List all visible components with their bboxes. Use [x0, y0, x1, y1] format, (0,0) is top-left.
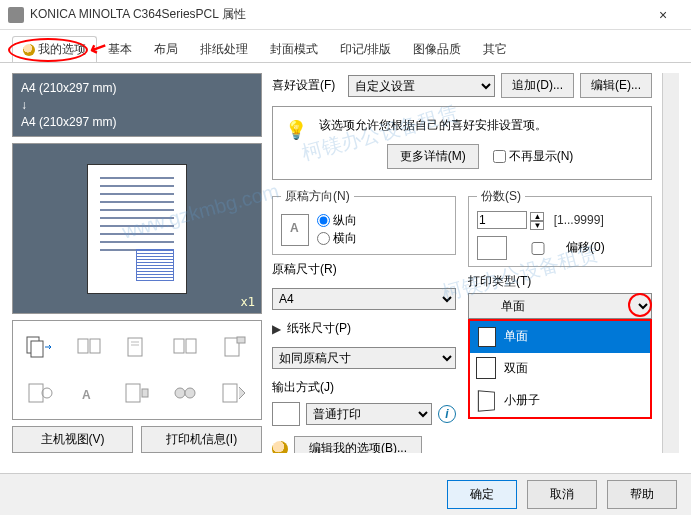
copies-group: 份数(S) ▲ ▼ [1...9999] 偏移(0) [468, 188, 652, 267]
svg-point-17 [185, 388, 195, 398]
avatar-icon [23, 44, 35, 56]
cancel-button[interactable]: 取消 [527, 480, 597, 509]
page-preview: x1 [12, 143, 262, 314]
page-thumbnail [87, 164, 187, 294]
expand-paper-icon[interactable]: ▶ [272, 322, 281, 336]
grid-icon-2[interactable] [65, 325, 111, 369]
double-page-icon [478, 359, 496, 379]
orientation-group: 原稿方向(N) 纵向 横向 [272, 188, 456, 255]
tip-text: 该选项允许您根据自己的喜好安排设置项。 [319, 117, 641, 134]
output-info-icon[interactable]: i [438, 405, 456, 423]
grid-icon-3[interactable] [114, 325, 160, 369]
fav-add-button[interactable]: 追加(D)... [501, 73, 574, 98]
paper-size-select[interactable]: 如同原稿尺寸 [272, 347, 456, 369]
tab-bar: 我的选项 基本 布局 排纸处理 封面模式 印记/排版 图像品质 其它 [0, 30, 691, 63]
tab-basic[interactable]: 基本 [97, 36, 143, 62]
host-view-button[interactable]: 主机视图(V) [12, 426, 133, 453]
single-page-icon [478, 327, 496, 347]
help-button[interactable]: 帮助 [607, 480, 677, 509]
grid-icon-8[interactable] [114, 371, 160, 415]
window-title: KONICA MINOLTA C364SeriesPCL 属性 [30, 6, 643, 23]
grid-icon-1[interactable] [17, 325, 63, 369]
close-button[interactable]: × [643, 7, 683, 23]
print-type-group: 打印类型(T) 单面 单面 双面 小册子 [468, 273, 652, 319]
tab-other[interactable]: 其它 [472, 36, 518, 62]
copies-up-icon[interactable]: ▲ [530, 212, 544, 221]
output-select[interactable]: 普通打印 [306, 403, 432, 425]
grid-icon-9[interactable] [162, 371, 208, 415]
option-single[interactable]: 单面 [470, 321, 650, 353]
print-type-dropdown: 单面 双面 小册子 [468, 319, 652, 419]
tip-box: 💡 该选项允许您根据自己的喜好安排设置项。 更多详情(M) 不再显示(N) [272, 106, 652, 180]
svg-point-16 [175, 388, 185, 398]
hide-tip-checkbox[interactable]: 不再显示(N) [493, 148, 574, 165]
svg-rect-18 [223, 384, 237, 402]
tab-stamp[interactable]: 印记/排版 [329, 36, 402, 62]
vertical-scrollbar[interactable] [662, 73, 679, 453]
lightbulb-icon: 💡 [285, 119, 307, 141]
ok-button[interactable]: 确定 [447, 480, 517, 509]
tab-my-options[interactable]: 我的选项 [12, 36, 97, 62]
print-type-label: 打印类型(T) [468, 273, 652, 290]
svg-rect-2 [78, 339, 88, 353]
paper-size-label: 纸张尺寸(P) [287, 320, 351, 337]
tab-cover[interactable]: 封面模式 [259, 36, 329, 62]
grid-icon-4[interactable] [162, 325, 208, 369]
tab-layout[interactable]: 布局 [143, 36, 189, 62]
copies-legend: 份数(S) [477, 188, 525, 205]
collate-checkbox[interactable]: 偏移(0) [513, 239, 605, 256]
booklet-icon [478, 390, 495, 412]
fav-select[interactable]: 自定义设置 [348, 75, 495, 97]
svg-rect-4 [128, 338, 142, 356]
feature-icon-grid: A [12, 320, 262, 420]
collate-icon [477, 236, 507, 260]
orig-size-select[interactable]: A4 [272, 288, 456, 310]
preview-scale: x1 [241, 295, 255, 309]
output-label: 输出方式(J) [272, 379, 456, 396]
option-booklet[interactable]: 小册子 [470, 385, 650, 417]
fav-edit-button[interactable]: 编辑(E)... [580, 73, 652, 98]
more-details-button[interactable]: 更多详情(M) [387, 144, 479, 169]
svg-rect-1 [31, 341, 43, 357]
svg-rect-14 [126, 384, 140, 402]
tab-quality[interactable]: 图像品质 [402, 36, 472, 62]
app-icon [8, 7, 24, 23]
option-double[interactable]: 双面 [470, 353, 650, 385]
print-type-select[interactable]: 单面 [468, 293, 652, 319]
svg-rect-15 [142, 389, 148, 397]
edit-my-options-button[interactable]: 编辑我的选项(B)... [294, 436, 422, 453]
copies-input[interactable] [477, 211, 527, 229]
preview-size-header: A4 (210x297 mm) ↓ A4 (210x297 mm) [12, 73, 262, 137]
printer-info-button[interactable]: 打印机信息(I) [141, 426, 262, 453]
portrait-radio[interactable]: 纵向 [317, 212, 357, 229]
svg-rect-8 [186, 339, 196, 353]
grid-icon-5[interactable] [211, 325, 257, 369]
svg-rect-3 [90, 339, 100, 353]
grid-icon-6[interactable] [17, 371, 63, 415]
avatar-icon [272, 441, 288, 454]
grid-icon-10[interactable] [211, 371, 257, 415]
orientation-legend: 原稿方向(N) [281, 188, 354, 205]
svg-rect-7 [174, 339, 184, 353]
orig-size-label: 原稿尺寸(R) [272, 261, 456, 278]
tab-finish[interactable]: 排纸处理 [189, 36, 259, 62]
fav-label: 喜好设置(F) [272, 77, 342, 94]
svg-rect-11 [29, 384, 43, 402]
grid-icon-7[interactable]: A [65, 371, 111, 415]
svg-text:A: A [82, 388, 91, 402]
orientation-preview-icon [281, 214, 309, 246]
landscape-radio[interactable]: 横向 [317, 230, 357, 247]
copies-down-icon[interactable]: ▼ [530, 221, 544, 230]
copies-range: [1...9999] [554, 213, 604, 227]
output-mode-icon [272, 402, 300, 426]
svg-rect-10 [237, 337, 245, 343]
